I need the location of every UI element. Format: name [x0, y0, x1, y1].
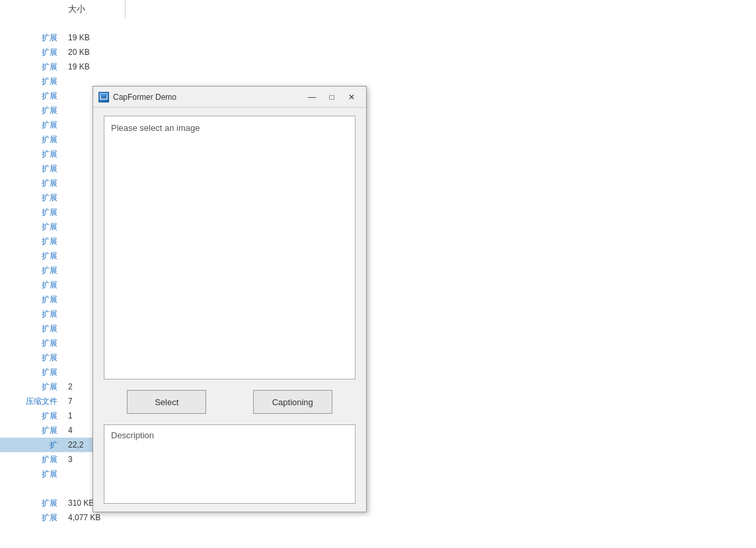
window-title: CapFormer Demo	[113, 93, 303, 102]
app-icon	[98, 92, 109, 102]
maximize-button[interactable]: □	[322, 90, 341, 104]
window-content: Please select an image Select Captioning…	[93, 108, 366, 512]
buttons-row: Select Captioning	[104, 387, 356, 416]
select-button[interactable]: Select	[127, 390, 206, 414]
description-area: Description	[104, 424, 356, 504]
list-item: 扩展 20 KB	[0, 45, 139, 59]
window-controls: — □ ✕	[303, 90, 361, 104]
window-titlebar[interactable]: CapFormer Demo — □ ✕	[93, 87, 366, 108]
capformer-demo-window: CapFormer Demo — □ ✕ Please select an im…	[93, 86, 367, 512]
captioning-button[interactable]: Captioning	[253, 390, 332, 414]
close-button[interactable]: ✕	[342, 90, 361, 104]
list-item: 扩展 19 KB	[0, 30, 139, 45]
minimize-button[interactable]: —	[303, 90, 321, 104]
size-column-header: 大小	[63, 0, 126, 19]
svg-rect-1	[100, 94, 107, 96]
image-placeholder-text: Please select an image	[111, 123, 200, 133]
image-display-area: Please select an image	[104, 116, 356, 379]
list-item: 扩展 19 KB	[0, 59, 139, 74]
list-item: 扩展 4,077 KB	[0, 510, 139, 525]
description-label: Description	[111, 430, 154, 440]
